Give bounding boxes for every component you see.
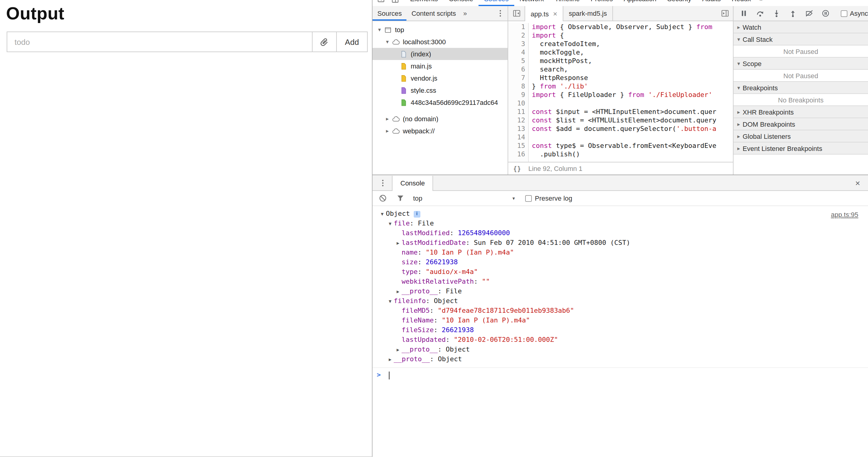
file-tree-item-top[interactable]: ▾top bbox=[373, 24, 507, 36]
filter-icon[interactable] bbox=[396, 194, 405, 202]
line-number[interactable]: 2 bbox=[508, 31, 525, 40]
line-number[interactable]: 4 bbox=[508, 49, 525, 57]
line-number[interactable]: 11 bbox=[508, 108, 525, 116]
file-tree-item-main-js[interactable]: main.js bbox=[373, 60, 507, 72]
code-line: HttpResponse bbox=[532, 74, 733, 82]
main-tab-elements[interactable]: Elements bbox=[405, 0, 443, 6]
main-tab-application[interactable]: Application bbox=[618, 0, 662, 6]
tree-expander-icon[interactable]: ▾ bbox=[376, 27, 383, 33]
code-line: const $list = <HTMLUListElement>document… bbox=[532, 116, 733, 125]
device-toolbar-icon[interactable] bbox=[391, 0, 399, 3]
preserve-log-wrap: Preserve log bbox=[525, 195, 572, 202]
line-number[interactable]: 9 bbox=[508, 91, 525, 99]
show-drawer-icon[interactable] bbox=[720, 9, 730, 18]
main-tab-sources[interactable]: Sources bbox=[478, 0, 514, 6]
deactivate-breakpoints-icon[interactable] bbox=[805, 8, 822, 18]
debugger-section-breakpoints[interactable]: ▾Breakpoints bbox=[734, 82, 868, 94]
editor-statusbar: {} Line 92, Column 1 bbox=[508, 162, 733, 175]
todo-input[interactable] bbox=[7, 31, 313, 52]
editor-tab-spark-md5-js[interactable]: spark-md5.js bbox=[563, 6, 613, 21]
debugger-section-xhr-breakpoints[interactable]: ▸XHR Breakpoints bbox=[734, 106, 868, 118]
message-source-link[interactable]: app.ts:95 bbox=[831, 210, 858, 220]
debugger-section-watch[interactable]: ▸Watch bbox=[734, 21, 868, 33]
add-button[interactable]: Add bbox=[336, 31, 368, 52]
line-number[interactable]: 13 bbox=[508, 125, 525, 133]
pretty-print-button[interactable]: {} bbox=[508, 165, 526, 172]
code-line: const type$ = Observable.fromEvent<Keybo… bbox=[532, 142, 733, 150]
main-tab-security[interactable]: Security bbox=[662, 0, 697, 6]
navigator-tab-sources[interactable]: Sources bbox=[373, 6, 407, 21]
file-tree-item-vendor-js[interactable]: vendor.js bbox=[373, 72, 507, 84]
drawer-menu-icon[interactable] bbox=[379, 178, 387, 187]
debugger-section-event-listener-breakpoints[interactable]: ▸Event Listener Breakpoints bbox=[734, 142, 868, 154]
tree-expander-icon[interactable]: ▸ bbox=[384, 128, 391, 134]
debugger-section-scope[interactable]: ▾Scope bbox=[734, 58, 868, 70]
file-tree-item-no-domain[interactable]: ▸(no domain) bbox=[373, 113, 507, 125]
line-number[interactable]: 14 bbox=[508, 133, 525, 142]
line-number[interactable]: 10 bbox=[508, 99, 525, 108]
main-tabs-overflow-chevron[interactable]: » bbox=[756, 0, 766, 6]
preserve-log-checkbox[interactable] bbox=[525, 195, 532, 202]
tab-console[interactable]: Console bbox=[392, 175, 433, 191]
file-tree-item-localhost-3000[interactable]: ▾localhost:3000 bbox=[373, 36, 507, 48]
step-over-icon[interactable] bbox=[756, 8, 772, 18]
debugger-section-global-listeners[interactable]: ▸Global Listeners bbox=[734, 130, 868, 142]
console-tree-row: ▸__proto__: File bbox=[373, 287, 868, 296]
file-tree-label: vendor.js bbox=[411, 75, 437, 82]
tree-expander-icon[interactable]: ▸ bbox=[394, 345, 402, 354]
inspect-icon[interactable] bbox=[377, 0, 385, 3]
property-name: lastModifiedDate bbox=[402, 238, 466, 248]
main-tab-audits[interactable]: Audits bbox=[697, 0, 726, 6]
main-tab-network[interactable]: Network bbox=[514, 0, 549, 6]
main-tab-console[interactable]: Console bbox=[443, 0, 479, 6]
line-number[interactable]: 1 bbox=[508, 23, 525, 31]
debugger-section-dom-breakpoints[interactable]: ▸DOM Breakpoints bbox=[734, 118, 868, 130]
line-number[interactable]: 3 bbox=[508, 40, 525, 49]
tree-expander-icon[interactable]: ▾ bbox=[379, 209, 386, 219]
section-expander-icon: ▸ bbox=[735, 109, 742, 115]
tree-expander-icon[interactable]: ▸ bbox=[384, 116, 391, 122]
line-number[interactable]: 6 bbox=[508, 65, 525, 74]
code-line: const $input = <HTMLInputElement>documen… bbox=[532, 108, 733, 116]
close-drawer-icon[interactable]: × bbox=[855, 178, 860, 187]
file-tree-item-webpack[interactable]: ▸webpack:// bbox=[373, 125, 507, 137]
line-number[interactable]: 15 bbox=[508, 142, 525, 150]
hide-navigator-icon[interactable] bbox=[512, 9, 522, 18]
async-checkbox[interactable] bbox=[841, 10, 847, 17]
navigator-tab-content-scripts[interactable]: Content scripts bbox=[407, 6, 461, 21]
tree-expander-icon[interactable]: ▸ bbox=[394, 287, 402, 296]
section-label: Scope bbox=[743, 60, 762, 67]
evaluated-info-icon[interactable]: i bbox=[414, 210, 421, 217]
file-tree-item-style-css[interactable]: style.css bbox=[373, 84, 507, 96]
pause-on-exceptions-icon[interactable] bbox=[822, 8, 838, 18]
editor-tab-app-ts[interactable]: app.ts× bbox=[525, 6, 563, 21]
code-line: .publish() bbox=[532, 150, 733, 159]
navigator-tabs-overflow-chevron[interactable]: » bbox=[461, 10, 469, 17]
main-tab-redux[interactable]: Redux bbox=[726, 0, 756, 6]
clear-console-icon[interactable] bbox=[379, 194, 387, 202]
tree-expander-icon[interactable]: ▸ bbox=[386, 354, 394, 364]
pause-icon[interactable] bbox=[740, 8, 756, 18]
line-number[interactable]: 5 bbox=[508, 57, 525, 65]
line-number[interactable]: 8 bbox=[508, 82, 525, 91]
step-out-icon[interactable] bbox=[789, 8, 805, 18]
main-tab-profiles[interactable]: Profiles bbox=[585, 0, 618, 6]
debugger-section-call-stack[interactable]: ▾Call Stack bbox=[734, 33, 868, 46]
execution-context-selector[interactable]: top ▾ bbox=[413, 195, 515, 202]
tree-expander-icon[interactable]: ▸ bbox=[394, 238, 402, 248]
step-into-icon[interactable] bbox=[772, 8, 789, 18]
file-tree-item-index[interactable]: (index) bbox=[373, 48, 507, 60]
console-prompt[interactable]: > bbox=[373, 369, 868, 382]
navigator-menu-icon[interactable] bbox=[496, 9, 504, 18]
main-tab-timeline[interactable]: Timeline bbox=[549, 0, 585, 6]
code-lines[interactable]: import { Observable, Observer, Subject }… bbox=[529, 23, 733, 162]
file-tree-item-448c34a56d699c29117adc64[interactable]: 448c34a56d699c29117adc64 bbox=[373, 96, 507, 109]
attach-button[interactable] bbox=[312, 31, 337, 52]
line-number[interactable]: 16 bbox=[508, 150, 525, 159]
line-number[interactable]: 7 bbox=[508, 74, 525, 82]
close-tab-icon[interactable]: × bbox=[553, 10, 557, 17]
tree-expander-icon[interactable]: ▾ bbox=[386, 296, 394, 306]
tree-expander-icon[interactable]: ▾ bbox=[384, 39, 391, 45]
tree-expander-icon[interactable]: ▾ bbox=[386, 219, 394, 229]
line-number[interactable]: 12 bbox=[508, 116, 525, 125]
